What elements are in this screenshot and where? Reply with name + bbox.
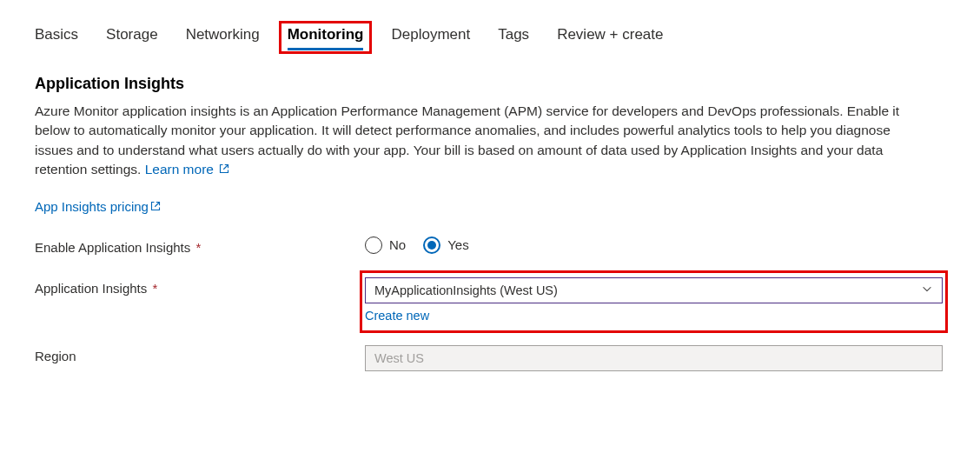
tab-monitoring[interactable]: Monitoring bbox=[288, 26, 364, 50]
radio-option-yes[interactable]: Yes bbox=[423, 236, 468, 254]
enable-control: No Yes bbox=[365, 236, 943, 254]
create-new-link[interactable]: Create new bbox=[365, 309, 429, 323]
tab-basics[interactable]: Basics bbox=[35, 26, 78, 50]
enable-label-text: Enable Application Insights bbox=[35, 240, 190, 255]
app-insights-label: Application Insights * bbox=[35, 277, 365, 296]
app-insights-dropdown-value: MyApplicationInsights (West US) bbox=[374, 283, 558, 297]
tab-storage[interactable]: Storage bbox=[106, 26, 158, 50]
region-input: West US bbox=[365, 345, 943, 371]
tab-tags[interactable]: Tags bbox=[498, 26, 529, 50]
form-row-region: Region West US bbox=[35, 345, 945, 371]
radio-circle-yes bbox=[423, 236, 440, 254]
external-link-icon bbox=[219, 160, 229, 179]
enable-label: Enable Application Insights * bbox=[35, 236, 365, 255]
region-label: Region bbox=[35, 345, 365, 363]
app-insights-dropdown[interactable]: MyApplicationInsights (West US) bbox=[365, 277, 943, 303]
radio-label-no: No bbox=[389, 237, 406, 252]
tab-deployment[interactable]: Deployment bbox=[391, 26, 470, 50]
required-asterisk: * bbox=[152, 281, 157, 296]
required-asterisk: * bbox=[195, 240, 201, 255]
radio-group-enable: No Yes bbox=[365, 236, 943, 254]
tab-review-create[interactable]: Review + create bbox=[557, 26, 663, 50]
section-description: Azure Monitor application insights is an… bbox=[35, 102, 921, 180]
form-row-enable: Enable Application Insights * No Yes bbox=[35, 236, 945, 255]
radio-label-yes: Yes bbox=[447, 237, 468, 252]
tabs-bar: Basics Storage Networking Monitoring Dep… bbox=[35, 26, 945, 50]
radio-circle-no bbox=[365, 236, 382, 254]
learn-more-label: Learn more bbox=[145, 162, 214, 177]
app-insights-pricing-link[interactable]: App Insights pricing bbox=[35, 199, 161, 214]
app-insights-control: MyApplicationInsights (West US) Create n… bbox=[365, 277, 943, 323]
region-value: West US bbox=[374, 351, 424, 365]
pricing-link-label: App Insights pricing bbox=[35, 199, 149, 214]
region-control: West US bbox=[365, 345, 943, 371]
app-insights-label-text: Application Insights bbox=[35, 281, 147, 296]
external-link-icon bbox=[150, 199, 161, 214]
tab-monitoring-label: Monitoring bbox=[288, 26, 364, 43]
form-row-app-insights: Application Insights * MyApplicationInsi… bbox=[35, 277, 945, 323]
tab-networking[interactable]: Networking bbox=[186, 26, 260, 50]
section-title: Application Insights bbox=[35, 75, 945, 93]
radio-option-no[interactable]: No bbox=[365, 236, 406, 254]
learn-more-link[interactable]: Learn more bbox=[145, 162, 230, 177]
chevron-down-icon bbox=[921, 283, 933, 297]
